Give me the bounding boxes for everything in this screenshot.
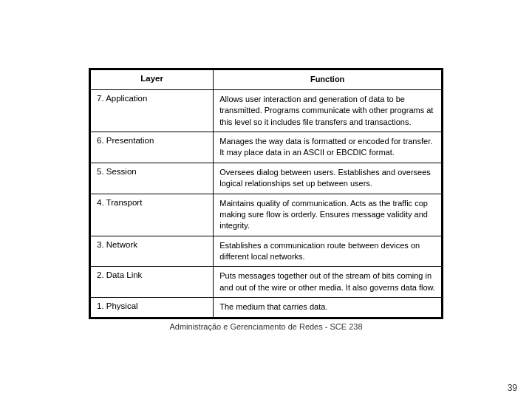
table-row: 1. PhysicalThe medium that carries data. [91, 298, 442, 317]
function-cell: Maintains quality of communication. Acts… [214, 194, 442, 236]
layer-cell: 5. Session [91, 163, 214, 194]
table-header-row: Layer Function [91, 70, 442, 89]
layer-cell: 7. Application [91, 89, 214, 132]
layer-cell: 4. Transport [91, 194, 214, 236]
function-cell: Establishes a communication route betwee… [214, 236, 442, 267]
table-row: 3. NetworkEstablishes a communication ro… [91, 236, 442, 267]
function-header: Function [214, 70, 442, 89]
page-number: 39 [508, 383, 517, 393]
table-row: 7. ApplicationAllows user interaction an… [91, 89, 442, 132]
page-container: Layer Function 7. ApplicationAllows user… [0, 0, 532, 399]
layer-header: Layer [91, 70, 214, 89]
function-cell: Manages the way data is formatted or enc… [214, 132, 442, 163]
osi-table: Layer Function 7. ApplicationAllows user… [90, 69, 442, 317]
table-body: 7. ApplicationAllows user interaction an… [91, 89, 442, 317]
layer-cell: 2. Data Link [91, 267, 214, 298]
table-row: 2. Data LinkPuts messages together out o… [91, 267, 442, 298]
footer-text: Administração e Gerenciamento de Redes -… [169, 322, 362, 331]
layer-cell: 6. Presentation [91, 132, 214, 163]
table-row: 6. PresentationManages the way data is f… [91, 132, 442, 163]
table-wrapper: Layer Function 7. ApplicationAllows user… [89, 68, 443, 318]
function-cell: Puts messages together out of the stream… [214, 267, 442, 298]
layer-cell: 1. Physical [91, 298, 214, 317]
function-cell: The medium that carries data. [214, 298, 442, 317]
layer-cell: 3. Network [91, 236, 214, 267]
table-row: 4. TransportMaintains quality of communi… [91, 194, 442, 236]
function-cell: Allows user interaction and generation o… [214, 89, 442, 132]
function-cell: Oversees dialog between users. Establish… [214, 163, 442, 194]
table-row: 5. SessionOversees dialog between users.… [91, 163, 442, 194]
